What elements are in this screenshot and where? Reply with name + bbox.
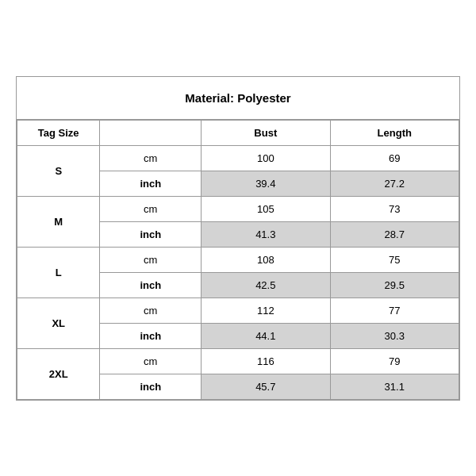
length-inch-value: 31.1: [330, 374, 459, 399]
bust-inch-value: 42.5: [202, 272, 330, 298]
unit-inch: inch: [100, 323, 202, 348]
table-row: 2XLcm11679: [17, 348, 459, 374]
length-inch-value: 28.7: [330, 221, 459, 247]
unit-cm: cm: [100, 145, 202, 171]
bust-inch-value: 39.4: [202, 171, 330, 196]
tag-size-cell: S: [17, 145, 100, 196]
unit-inch: inch: [100, 221, 202, 247]
size-chart-container: Material: Polyester Tag Size Bust Length…: [16, 76, 460, 401]
unit-inch: inch: [100, 171, 202, 196]
bust-inch-value: 45.7: [202, 374, 330, 399]
bust-cm-value: 116: [202, 348, 330, 374]
bust-inch-value: 41.3: [202, 221, 330, 247]
bust-cm-value: 112: [202, 298, 330, 323]
length-cm-value: 77: [330, 298, 459, 323]
bust-cm-value: 105: [202, 196, 330, 221]
table-row: Scm10069: [17, 145, 459, 171]
bust-inch-value: 44.1: [202, 323, 330, 348]
tag-size-cell: L: [17, 247, 100, 298]
tag-size-cell: XL: [17, 298, 100, 348]
tag-size-cell: 2XL: [17, 348, 100, 399]
unit-inch: inch: [100, 272, 202, 298]
length-cm-value: 73: [330, 196, 459, 221]
length-inch-value: 30.3: [330, 323, 459, 348]
header-tag-size: Tag Size: [17, 120, 100, 145]
length-cm-value: 69: [330, 145, 459, 171]
length-inch-value: 27.2: [330, 171, 459, 196]
header-unit-spacer: [100, 120, 202, 145]
table-row: XLcm11277: [17, 298, 459, 323]
unit-cm: cm: [100, 348, 202, 374]
table-row: Mcm10573: [17, 196, 459, 221]
length-cm-value: 79: [330, 348, 459, 374]
header-length: Length: [330, 120, 459, 145]
unit-cm: cm: [100, 196, 202, 221]
bust-cm-value: 100: [202, 145, 330, 171]
chart-title: Material: Polyester: [17, 77, 459, 120]
size-table: Tag Size Bust Length Scm10069inch39.427.…: [17, 120, 459, 400]
table-row: Lcm10875: [17, 247, 459, 272]
length-inch-value: 29.5: [330, 272, 459, 298]
tag-size-cell: M: [17, 196, 100, 247]
unit-cm: cm: [100, 298, 202, 323]
unit-inch: inch: [100, 374, 202, 399]
length-cm-value: 75: [330, 247, 459, 272]
unit-cm: cm: [100, 247, 202, 272]
header-bust: Bust: [202, 120, 330, 145]
bust-cm-value: 108: [202, 247, 330, 272]
